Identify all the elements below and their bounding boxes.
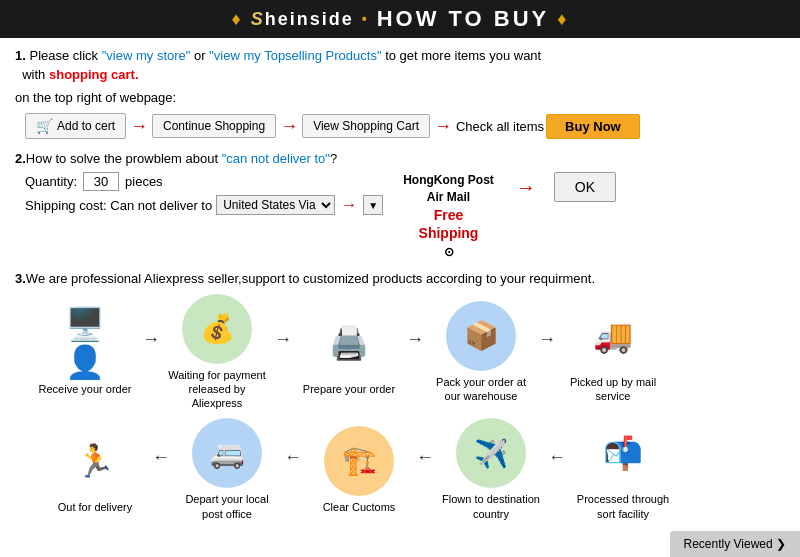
recently-viewed-label: Recently Viewed ❯ xyxy=(684,537,787,551)
outdelivery-icon: 🏃 xyxy=(60,426,130,496)
customs-label: Clear Cuctoms xyxy=(323,500,396,514)
step2-section: 2.How to solve the prowblem about "can n… xyxy=(15,151,785,261)
hk-post-title: HongKong PostAir Mail xyxy=(403,172,494,206)
step2-title: 2.How to solve the prowblem about "can n… xyxy=(15,151,785,166)
flow-item-pickup: 🚚 Picked up by mail service xyxy=(553,301,673,404)
diamond-left: ♦ xyxy=(232,9,243,30)
view-cart-label: View Shopping Cart xyxy=(313,119,419,133)
main-content: 1. Please click "view my store" or "view… xyxy=(0,38,800,539)
step1-line2: with shopping cart. xyxy=(15,67,785,82)
step1-section: 1. Please click "view my store" or "view… xyxy=(15,48,785,105)
pickup-label: Picked up by mail service xyxy=(563,375,663,404)
check-items-text: Check all items xyxy=(456,119,544,134)
localpost-label: Depart your local post office xyxy=(177,492,277,521)
diamond-right: ♦ xyxy=(557,9,568,30)
step1-line3: on the top right of webpage: xyxy=(15,90,785,105)
arrow2: → xyxy=(280,116,298,137)
arrow3: → xyxy=(434,116,452,137)
flow-item-pack: 📦 Pack your order at our warehouse xyxy=(421,301,541,404)
step3-title: 3.We are professional Aliexpress seller,… xyxy=(15,271,785,286)
flow-item-customs: 🏗️ Clear Cuctoms xyxy=(299,426,419,514)
cannot-deliver-text: "can not deliver to" xyxy=(222,151,330,166)
step2-inner: Quantity: pieces Shipping cost: Can not … xyxy=(25,172,785,261)
recently-viewed-button[interactable]: Recently Viewed ❯ xyxy=(670,531,801,557)
brand-name: Sheinside xyxy=(251,9,354,30)
flown-icon: ✈️ xyxy=(456,418,526,488)
view-cart-button[interactable]: View Shopping Cart xyxy=(302,114,430,138)
dot-separator: • xyxy=(362,11,369,27)
process-flow: 🖥️👤 Receive your order → 💰 Waiting for p… xyxy=(25,294,785,521)
checkout-button-row: 🛒 Add to cert → Continue Shopping → View… xyxy=(25,113,785,139)
flow-item-flown: ✈️ Flown to destination country xyxy=(431,418,551,521)
prepare-icon: 🖨️ xyxy=(314,308,384,378)
flow-item-localpost: 🚐 Depart your local post office xyxy=(167,418,287,521)
view-topselling-link[interactable]: "view my Topselling Products" xyxy=(209,48,381,63)
arrow5: → xyxy=(516,176,536,199)
shopping-cart-text: shopping cart. xyxy=(49,67,139,82)
payment-icon: 💰 xyxy=(182,294,252,364)
arrow1: → xyxy=(130,116,148,137)
flow-row-1: 🖥️👤 Receive your order → 💰 Waiting for p… xyxy=(25,294,785,411)
prepare-label: Prepare your order xyxy=(303,382,395,396)
cart-icon: 🛒 xyxy=(36,118,53,134)
pieces-label: pieces xyxy=(125,174,163,189)
arrow4: → xyxy=(341,196,357,214)
pack-icon: 📦 xyxy=(446,301,516,371)
ok-section: → OK xyxy=(514,172,616,202)
customs-icon: 🏗️ xyxy=(324,426,394,496)
flown-label: Flown to destination country xyxy=(441,492,541,521)
page-title: HOW TO BUY xyxy=(377,6,550,32)
add-to-cart-label: Add to cert xyxy=(57,119,115,133)
pickup-icon: 🚚 xyxy=(578,301,648,371)
dropdown-button[interactable]: ▼ xyxy=(363,195,383,215)
quantity-input[interactable] xyxy=(83,172,119,191)
pack-label: Pack your order at our warehouse xyxy=(431,375,531,404)
shipping-row: Shipping cost: Can not deliver to United… xyxy=(25,195,383,215)
quantity-label: Quantity: xyxy=(25,174,77,189)
country-select[interactable]: United States Via xyxy=(216,195,335,215)
flow-item-receive: 🖥️👤 Receive your order xyxy=(25,308,145,396)
view-store-link[interactable]: "view my store" xyxy=(102,48,191,63)
outdelivery-label: Out for delivery xyxy=(58,500,133,514)
quantity-row: Quantity: pieces xyxy=(25,172,383,191)
page-header: ♦ Sheinside • HOW TO BUY ♦ xyxy=(0,0,800,38)
sort-icon: 📬 xyxy=(588,418,658,488)
continue-shopping-button[interactable]: Continue Shopping xyxy=(152,114,276,138)
buy-now-label: Buy Now xyxy=(565,119,621,134)
sort-label: Processed through sort facility xyxy=(573,492,673,521)
buy-now-button[interactable]: Buy Now xyxy=(546,114,640,139)
step1-number: 1. xyxy=(15,48,26,63)
shipping-info: Quantity: pieces Shipping cost: Can not … xyxy=(25,172,383,215)
payment-label: Waiting for payment released by Aliexpre… xyxy=(167,368,267,411)
flow-row-2: 🏃 Out for delivery ← 🚐 Depart your local… xyxy=(35,418,785,521)
flow-item-payment: 💰 Waiting for payment released by Aliexp… xyxy=(157,294,277,411)
flow-item-sort: 📬 Processed through sort facility xyxy=(563,418,683,521)
continue-shopping-label: Continue Shopping xyxy=(163,119,265,133)
free-shipping-label: FreeShipping ⊙ xyxy=(403,206,494,261)
hk-post-section: HongKong PostAir Mail FreeShipping ⊙ xyxy=(403,172,494,261)
flow-item-outdelivery: 🏃 Out for delivery xyxy=(35,426,155,514)
shipping-label: Shipping cost: Can not deliver to xyxy=(25,198,212,213)
add-to-cart-button[interactable]: 🛒 Add to cert xyxy=(25,113,126,139)
flow-item-prepare: 🖨️ Prepare your order xyxy=(289,308,409,396)
ok-label: OK xyxy=(575,179,595,195)
localpost-icon: 🚐 xyxy=(192,418,262,488)
radio-dot: ⊙ xyxy=(444,245,454,259)
step1-line1: 1. Please click "view my store" or "view… xyxy=(15,48,785,63)
step3-section: 3.We are professional Aliexpress seller,… xyxy=(15,271,785,521)
receive-icon: 🖥️👤 xyxy=(50,308,120,378)
ok-button[interactable]: OK xyxy=(554,172,616,202)
receive-label: Receive your order xyxy=(39,382,132,396)
